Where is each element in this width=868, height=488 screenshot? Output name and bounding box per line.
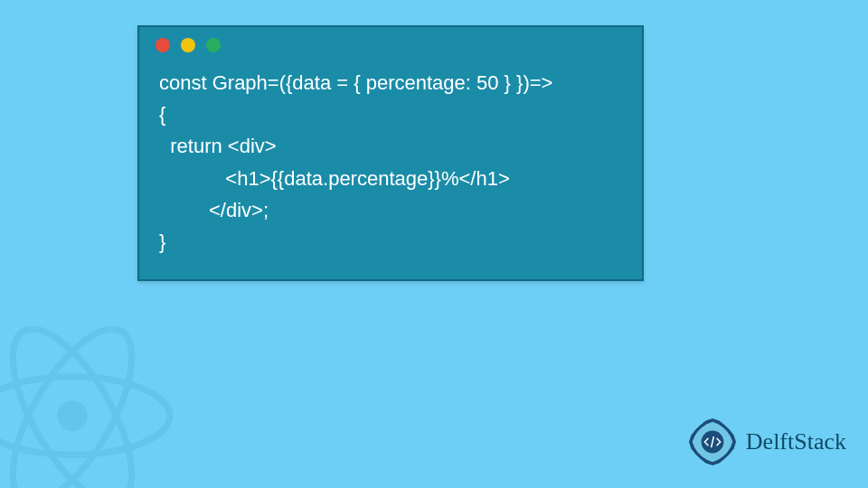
background-decoration xyxy=(0,307,181,488)
code-window: const Graph=({data = { percentage: 50 } … xyxy=(137,25,644,281)
code-body: const Graph=({data = { percentage: 50 } … xyxy=(139,63,642,279)
code-line: <h1>{{data.percentage}}%</h1> xyxy=(159,163,622,194)
code-line: const Graph=({data = { percentage: 50 } … xyxy=(159,67,622,99)
logo-area: DelftStack xyxy=(684,414,846,470)
minimize-icon[interactable] xyxy=(181,38,195,52)
svg-point-1 xyxy=(0,312,155,488)
svg-point-3 xyxy=(57,400,88,431)
code-line: </div>; xyxy=(159,194,622,226)
window-titlebar xyxy=(139,27,642,63)
code-line: { xyxy=(159,99,622,130)
logo-badge-icon xyxy=(684,414,741,470)
code-line: return <div> xyxy=(159,130,622,162)
maximize-icon[interactable] xyxy=(206,38,221,52)
logo-text: DelftStack xyxy=(746,428,846,455)
code-line: } xyxy=(159,226,622,258)
close-icon[interactable] xyxy=(156,38,170,52)
